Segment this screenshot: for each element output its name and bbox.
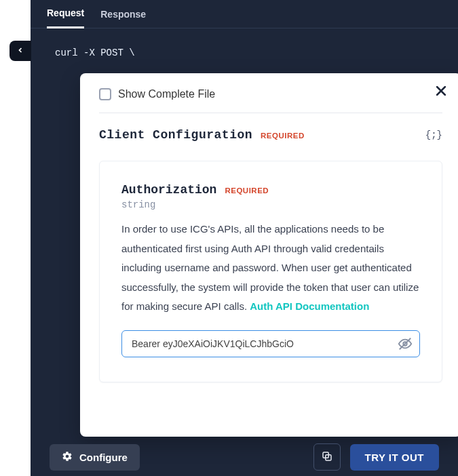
field-card: Authorization REQUIRED string In order t… bbox=[99, 161, 442, 382]
tab-response[interactable]: Response bbox=[100, 2, 146, 28]
configure-button[interactable]: Configure bbox=[50, 444, 140, 471]
panel-collapse-handle[interactable] bbox=[9, 41, 31, 61]
copy-button[interactable] bbox=[313, 443, 341, 471]
try-it-out-button[interactable]: TRY IT OUT bbox=[350, 444, 440, 471]
code-line: curl -X POST \ bbox=[55, 47, 434, 58]
api-explorer-panel: Request Response curl -X POST \ Show Com… bbox=[31, 0, 458, 476]
authorization-input[interactable] bbox=[121, 330, 420, 357]
field-name: Authorization bbox=[121, 183, 216, 197]
configure-label: Configure bbox=[79, 452, 128, 463]
section-header: Client Configuration REQUIRED {;} bbox=[99, 128, 442, 142]
section-title: Client Configuration bbox=[99, 128, 252, 142]
show-complete-checkbox[interactable] bbox=[99, 88, 111, 100]
close-icon[interactable] bbox=[433, 83, 449, 99]
tab-request[interactable]: Request bbox=[47, 1, 84, 28]
divider bbox=[99, 113, 442, 113]
bottom-bar: Configure TRY IT OUT bbox=[31, 438, 458, 476]
show-complete-label: Show Complete File bbox=[118, 88, 215, 100]
section-required-badge: REQUIRED bbox=[261, 132, 305, 140]
field-description: In order to use ICG's APIs, all the appl… bbox=[121, 220, 420, 317]
toggle-visibility-icon[interactable] bbox=[397, 336, 413, 352]
config-popover: Show Complete File Client Configuration … bbox=[80, 73, 458, 437]
chevron-left-icon bbox=[16, 45, 24, 57]
code-sample: curl -X POST \ bbox=[31, 28, 458, 58]
show-complete-row: Show Complete File bbox=[99, 87, 442, 113]
auth-doc-link[interactable]: Auth API Documentation bbox=[250, 300, 369, 312]
gear-icon bbox=[62, 451, 73, 464]
object-brace-icon: {;} bbox=[425, 130, 442, 140]
field-required-badge: REQUIRED bbox=[225, 186, 269, 195]
tab-bar: Request Response bbox=[31, 0, 458, 28]
copy-icon bbox=[321, 450, 333, 464]
field-type: string bbox=[121, 199, 420, 210]
